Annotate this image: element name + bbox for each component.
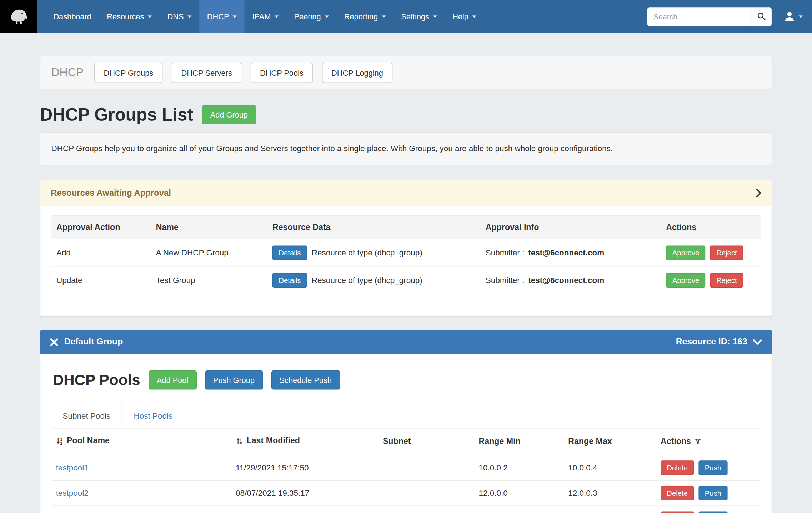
pool-name-cell: testpool2 (51, 480, 230, 505)
nav-item-dhcp[interactable]: DHCP (199, 0, 245, 33)
approval-row: Update Test Group Details Resource of ty… (51, 267, 761, 294)
chevron-down-icon (381, 15, 386, 18)
col-last-modified[interactable]: Last Modified (231, 428, 378, 455)
approval-action-cell: Update (51, 267, 150, 294)
approval-name-cell: Test Group (150, 267, 267, 294)
approval-info-cell: Submitter : test@6connect.com (480, 267, 660, 294)
dhcp-servers-button[interactable]: DHCP Servers (172, 63, 241, 83)
col-approval-info: Approval Info (480, 216, 660, 239)
nav-item-dashboard[interactable]: Dashboard (46, 0, 99, 33)
nav-label: Settings (401, 12, 429, 21)
last-modified-cell: 11/29/2021 15:17:50 (231, 455, 378, 480)
push-button[interactable]: Push (698, 460, 727, 475)
nav-label: Peering (294, 12, 321, 21)
approval-panel-title: Resources Awaiting Approval (51, 188, 171, 198)
search-input[interactable] (647, 7, 751, 26)
nav-item-reporting[interactable]: Reporting (336, 0, 394, 33)
chevron-down-icon (233, 15, 237, 18)
main-content: DHCP DHCP Groups DHCP Servers DHCP Pools… (40, 56, 772, 513)
nav-item-ipam[interactable]: IPAM (245, 0, 286, 33)
svg-text:1: 1 (60, 437, 62, 441)
push-group-button[interactable]: Push Group (205, 370, 263, 390)
subnet-cell (377, 505, 473, 513)
col-pool-name[interactable]: 1 2 Pool Name (51, 428, 230, 455)
pools-title-row: DHCP Pools Add Pool Push Group Schedule … (53, 370, 759, 390)
dhcp-groups-button[interactable]: DHCP Groups (94, 63, 162, 83)
nav-item-settings[interactable]: Settings (394, 0, 445, 33)
delete-button[interactable]: Delete (661, 460, 694, 475)
approve-button[interactable]: Approve (666, 273, 705, 288)
col-range-max: Range Max (563, 428, 656, 455)
submitter-email: test@6connect.com (528, 276, 604, 285)
pool-link[interactable]: testpool2 (56, 488, 89, 497)
col-range-min: Range Min (473, 428, 563, 455)
chevron-right-icon[interactable] (756, 189, 761, 198)
user-icon (784, 11, 795, 21)
resource-id-label: Resource ID: 163 (676, 337, 747, 347)
app-viewport: Dashboard Resources DNS DHCP IPAM Peerin… (0, 0, 812, 513)
col-pool-actions: Actions (655, 428, 761, 455)
chevron-down-icon (433, 15, 437, 18)
nav-item-help[interactable]: Help (445, 0, 484, 33)
approval-row: Add A New DHCP Group Details Resource of… (51, 239, 761, 267)
details-button[interactable]: Details (272, 273, 307, 288)
nav-item-dns[interactable]: DNS (160, 0, 199, 33)
dhcp-logging-button[interactable]: DHCP Logging (322, 63, 392, 83)
chevron-down-icon (274, 15, 279, 18)
reject-button[interactable]: Reject (710, 245, 743, 260)
approval-panel-header[interactable]: Resources Awaiting Approval (40, 180, 772, 206)
chevron-down-icon (472, 15, 476, 18)
description-box: DHCP Groups help you to organize all of … (40, 132, 772, 165)
default-group-body: DHCP Pools Add Pool Push Group Schedule … (40, 354, 772, 513)
close-icon[interactable] (50, 338, 58, 346)
col-resource-data: Resource Data (267, 216, 480, 239)
last-modified-cell: 08/07/2021 19:35:17 (231, 480, 378, 505)
pool-row: testpool2 08/07/2021 19:35:17 12.0.0.0 1… (51, 480, 761, 505)
pool-actions-cell: Delete Push (655, 480, 761, 505)
submitter-label: Submitter : (486, 248, 525, 257)
details-button[interactable]: Details (272, 245, 307, 260)
approval-panel-body: Approval Action Name Resource Data Appro… (40, 206, 772, 316)
searchbar (647, 7, 772, 26)
pool-row: testpool1 11/29/2021 15:17:50 10.0.0.2 1… (51, 455, 761, 480)
subnet-cell (377, 480, 473, 505)
approval-panel: Resources Awaiting Approval Approval Act… (40, 180, 772, 317)
range-max-cell: 12.0.0.3 (563, 480, 656, 505)
chevron-down-icon[interactable] (753, 339, 762, 345)
chevron-down-icon (147, 15, 152, 18)
nav-item-resources[interactable]: Resources (99, 0, 160, 33)
tab-subnet-pools[interactable]: Subnet Pools (51, 404, 122, 429)
brand-logo[interactable] (0, 0, 37, 33)
push-button[interactable]: Push (698, 486, 727, 500)
approval-actions-cell: Approve Reject (660, 267, 761, 294)
user-menu[interactable] (779, 0, 812, 33)
approve-button[interactable]: Approve (666, 245, 705, 260)
delete-button[interactable]: Delete (661, 511, 694, 513)
sort-icon (236, 437, 244, 445)
default-group-header[interactable]: Default Group Resource ID: 163 (40, 330, 772, 354)
pool-link[interactable]: testpool1 (56, 463, 89, 472)
approval-action-cell: Add (51, 239, 150, 267)
delete-button[interactable]: Delete (661, 486, 694, 500)
resource-type-text: Resource of type (dhcp_group) (312, 248, 422, 258)
default-group-panel: Default Group Resource ID: 163 DHCP Pool… (40, 330, 772, 513)
nav-label: Reporting (344, 12, 378, 21)
tab-host-pools[interactable]: Host Pools (122, 404, 184, 428)
push-button[interactable]: Push (698, 511, 727, 513)
col-label: Actions (661, 437, 691, 446)
add-pool-button[interactable]: Add Pool (149, 370, 197, 390)
nav-label: Help (452, 12, 468, 21)
dhcp-pools-button[interactable]: DHCP Pools (251, 63, 313, 83)
add-group-button[interactable]: Add Group (202, 105, 256, 124)
nav-spacer (484, 0, 647, 33)
nav-item-peering[interactable]: Peering (286, 0, 336, 33)
search-button[interactable] (751, 7, 772, 26)
nav-label: Resources (107, 12, 144, 21)
pool-row-clipped: Delete Push (51, 505, 761, 513)
pools-title: DHCP Pools (53, 372, 140, 389)
filter-icon[interactable] (694, 438, 702, 445)
reject-button[interactable]: Reject (710, 273, 743, 288)
submitter-email: test@6connect.com (528, 248, 604, 257)
range-max-cell: 10.0.0.4 (563, 455, 656, 480)
schedule-push-button[interactable]: Schedule Push (271, 370, 340, 390)
